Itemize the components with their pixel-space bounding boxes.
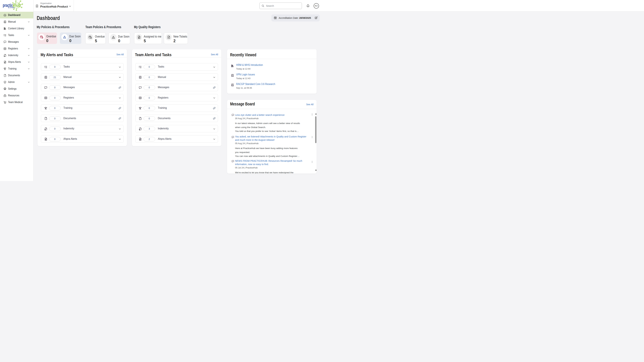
svg-text:Avant: Avant: [11, 7, 14, 8]
svg-text:by: by: [8, 7, 10, 8]
